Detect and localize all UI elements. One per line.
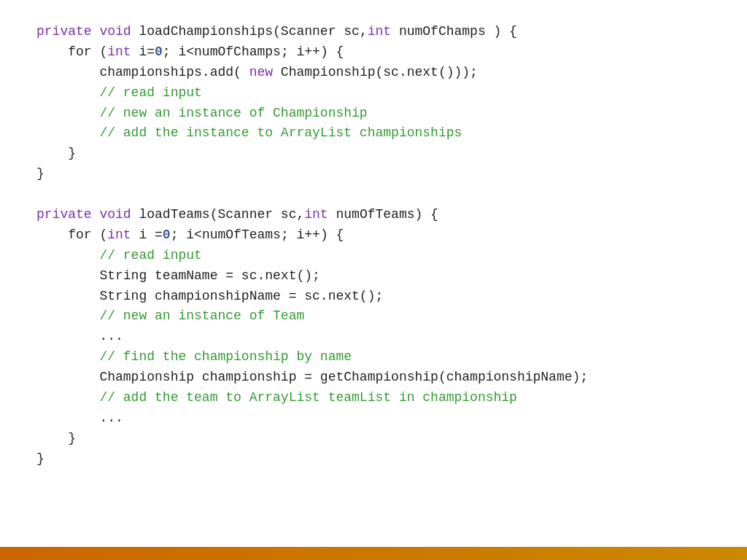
code-area: private void loadChampionships(Scanner s… [0, 0, 747, 547]
code-line: Championship championship = getChampions… [36, 368, 711, 388]
code-line: } [36, 449, 711, 470]
code-line: String teamName = sc.next(); [36, 266, 711, 287]
slide-container: private void loadChampionships(Scanner s… [0, 0, 747, 560]
code-line: championships.add( new Championship(sc.n… [36, 63, 711, 83]
code-line: ... [36, 408, 711, 429]
code-line: } [36, 429, 711, 449]
code-line-comment: // read input [36, 246, 711, 266]
code-line-comment: // find the championship by name [36, 347, 711, 368]
code-line-comment: // add the instance to ArrayList champio… [36, 123, 711, 144]
code-line: for (int i=0; i<numOfChamps; i++) { [36, 42, 711, 63]
code-line-comment: // new an instance of Championship [36, 104, 711, 124]
code-line: String championshipName = sc.next(); [36, 287, 711, 307]
code-line-comment: // add the team to ArrayList teamList in… [36, 388, 711, 408]
code-line: for (int i =0; i<numOfTeams; i++) { [36, 225, 711, 246]
bottom-bar [0, 547, 747, 560]
code-line: private void loadTeams(Scanner sc,int nu… [36, 205, 711, 225]
code-line-comment: // read input [36, 83, 711, 104]
code-line: ... [36, 327, 711, 347]
code-line: private void loadChampionships(Scanner s… [36, 22, 711, 42]
code-line: } [36, 164, 711, 184]
code-line-comment: // new an instance of Team [36, 306, 711, 327]
code-line: } [36, 144, 711, 164]
